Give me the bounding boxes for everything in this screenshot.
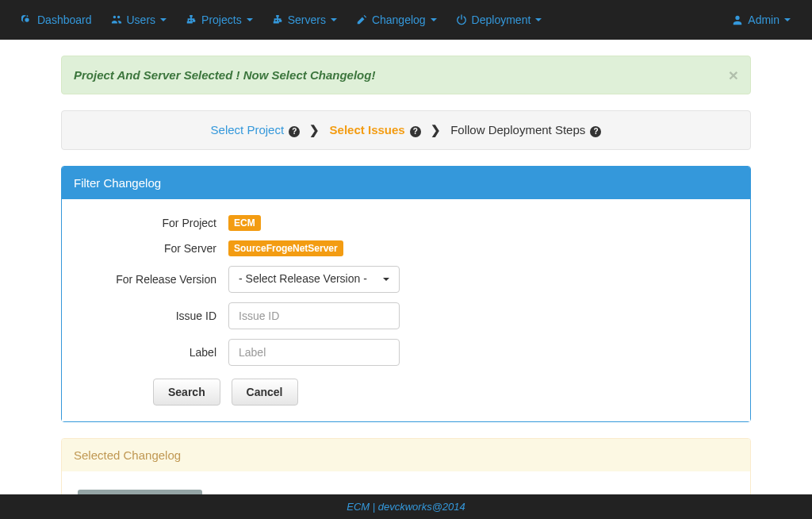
footer: ECM | devckworks@2014 [0,494,812,519]
release-version-label: For Release Version [78,273,228,286]
nav-left: Dashboard Users Projects Serv [12,0,551,40]
cancel-button[interactable]: Cancel [232,379,298,406]
nav-servers[interactable]: Servers [262,0,347,40]
alert-close-button[interactable]: × [729,66,738,85]
caret-icon [784,18,791,21]
steps-bar: Select Project ? ❯ Select Issues ? ❯ Fol… [61,110,751,150]
nav-admin-label: Admin [748,13,779,26]
for-server-value: SourceFrogeNetServer [228,240,343,256]
nav-dashboard[interactable]: Dashboard [12,0,102,40]
step-select-issues: Select Issues ? [330,123,424,136]
help-icon: ? [289,126,300,137]
nav-servers-label: Servers [288,13,326,26]
for-project-value: ECM [228,215,261,231]
nav-users[interactable]: Users [102,0,177,40]
filter-buttons: Search Cancel [153,379,734,406]
label-label: Label [78,346,228,359]
nav-projects-label: Projects [201,13,242,26]
nav-changelog-label: Changelog [372,13,426,26]
users-icon [111,14,122,25]
chevron-right-icon: ❯ [431,123,441,137]
issue-id-row: Issue ID [78,302,734,329]
footer-text: ECM | devckworks@2014 [347,501,465,513]
release-version-selected: - Select Release Version - [239,271,367,287]
caret-icon [535,18,542,21]
navbar: Dashboard Users Projects Serv [0,0,812,40]
step-follow-deployment-label: Follow Deployment Steps [450,123,585,136]
selected-panel-heading: Selected Changelog [62,439,750,471]
nav-deployment[interactable]: Deployment [446,0,552,40]
help-icon: ? [410,126,421,137]
nav-admin[interactable]: Admin [722,0,800,40]
sitemap-icon [272,14,283,25]
nav-dashboard-label: Dashboard [37,13,92,26]
nav-projects[interactable]: Projects [176,0,262,40]
for-server-row: For Server SourceFrogeNetServer [78,240,734,256]
dashboard-icon [21,14,33,25]
step-select-issues-label: Select Issues [330,123,405,136]
label-input[interactable] [228,339,400,366]
caret-icon [247,18,253,21]
user-icon [732,14,743,25]
filter-panel-body: For Project ECM For Server SourceFrogeNe… [62,199,750,421]
sitemap-icon [186,14,197,25]
label-row: Label [78,339,734,366]
step-select-project[interactable]: Select Project ? [211,123,304,136]
nav-changelog[interactable]: Changelog [347,0,446,40]
filter-panel-heading: Filter Changelog [62,167,750,199]
release-version-row: For Release Version - Select Release Ver… [78,266,734,293]
for-project-row: For Project ECM [78,215,734,231]
alert-message: Project And Server Selected ! Now Select… [74,68,375,82]
caret-icon [160,18,167,21]
nav-users-label: Users [127,13,156,26]
filter-changelog-panel: Filter Changelog For Project ECM For Ser… [61,166,751,422]
issue-id-input[interactable] [228,302,400,329]
for-project-label: For Project [78,217,228,229]
step-follow-deployment: Follow Deployment Steps ? [450,123,601,136]
caret-icon [383,278,389,281]
release-version-select[interactable]: - Select Release Version - [228,266,400,293]
step-select-project-label: Select Project [211,123,285,136]
chevron-right-icon: ❯ [309,123,320,137]
caret-icon [331,18,337,21]
nav-right: Admin [722,0,800,40]
for-server-label: For Server [78,242,228,255]
search-button[interactable]: Search [153,379,220,406]
caret-icon [431,18,437,21]
nav-deployment-label: Deployment [472,13,531,26]
alert-success: Project And Server Selected ! Now Select… [61,56,751,94]
issue-id-label: Issue ID [78,309,228,322]
power-icon [456,14,467,25]
help-icon: ? [590,126,601,137]
edit-icon [356,14,367,25]
